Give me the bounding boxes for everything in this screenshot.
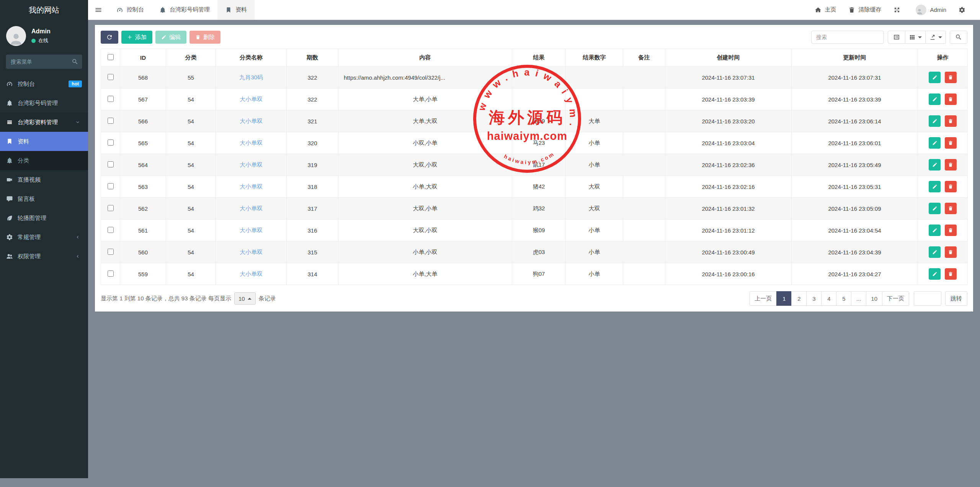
- sidebar-item-data-management[interactable]: 台湾彩资料管理: [0, 113, 88, 132]
- category-link[interactable]: 大小单双: [240, 271, 263, 277]
- sidebar-item-number-management[interactable]: 台湾彩号码管理: [0, 93, 88, 113]
- page-jump-button[interactable]: 跳转: [945, 291, 967, 306]
- cell-result: 猴09: [512, 220, 566, 241]
- category-link[interactable]: 大小单双: [240, 249, 263, 255]
- category-link[interactable]: 大小单双: [240, 205, 263, 212]
- sidebar-item-permission-management[interactable]: 权限管理: [0, 247, 88, 266]
- edit-row-button[interactable]: [929, 268, 941, 280]
- sidebar-item-message-board[interactable]: 留言板: [0, 189, 88, 208]
- edit-row-button[interactable]: [929, 181, 941, 192]
- delete-row-button[interactable]: [945, 246, 957, 258]
- sidebar-item-dashboard[interactable]: 控制台 hot: [0, 74, 88, 93]
- page-button[interactable]: 5: [836, 291, 851, 306]
- cell-remark: [623, 67, 665, 89]
- edit-row-button[interactable]: [929, 203, 941, 214]
- delete-row-button[interactable]: [945, 137, 957, 149]
- cell-issue: 314: [287, 263, 338, 285]
- sidebar-item-live-video[interactable]: 直播视频: [0, 170, 88, 189]
- cell-actions: [918, 132, 968, 154]
- row-checkbox[interactable]: [108, 249, 114, 255]
- detail-view-button[interactable]: [888, 31, 905, 44]
- delete-row-button[interactable]: [945, 268, 957, 280]
- delete-row-button[interactable]: [945, 159, 957, 171]
- sidebar-item-label: 权限管理: [18, 253, 41, 260]
- cell-result-number: [566, 89, 623, 110]
- page-button[interactable]: 4: [821, 291, 836, 306]
- row-checkbox[interactable]: [108, 74, 114, 80]
- fullscreen-button[interactable]: [887, 0, 910, 20]
- tab-bar: 控制台 台湾彩号码管理 资料: [109, 0, 255, 20]
- home-link[interactable]: 主页: [808, 0, 842, 20]
- settings-button[interactable]: [952, 0, 975, 20]
- category-link[interactable]: 大小单双: [240, 118, 263, 124]
- category-link[interactable]: 大小单双: [240, 139, 263, 146]
- delete-row-button[interactable]: [945, 181, 957, 192]
- page-button[interactable]: 下一页: [882, 291, 909, 306]
- user-menu[interactable]: Admin: [910, 0, 952, 20]
- delete-row-button[interactable]: [945, 72, 957, 83]
- export-button[interactable]: [926, 31, 946, 44]
- delete-row-button[interactable]: [945, 225, 957, 236]
- sidebar-item-general-management[interactable]: 常规管理: [0, 228, 88, 247]
- category-link[interactable]: 大小单双: [240, 161, 263, 168]
- select-all-checkbox[interactable]: [108, 54, 114, 60]
- add-button[interactable]: 添加: [121, 31, 152, 44]
- page-button[interactable]: 1: [776, 291, 792, 306]
- page-button[interactable]: 2: [791, 291, 807, 306]
- tab-dashboard[interactable]: 控制台: [109, 0, 152, 20]
- columns-button[interactable]: [905, 31, 926, 44]
- row-checkbox[interactable]: [108, 161, 114, 167]
- table-search-input[interactable]: [811, 31, 884, 44]
- online-dot: [31, 39, 36, 43]
- cell-result: [512, 67, 566, 89]
- page-button[interactable]: 10: [866, 291, 882, 306]
- site-title: 我的网站: [0, 0, 88, 20]
- cell-remark: [623, 241, 665, 263]
- sidebar-item-category[interactable]: 分类: [0, 151, 88, 170]
- search-icon[interactable]: [72, 58, 78, 65]
- cell-category-name: 大小单双: [216, 176, 287, 198]
- row-checkbox[interactable]: [108, 96, 114, 102]
- edit-row-button[interactable]: [929, 246, 941, 258]
- edit-row-button[interactable]: [929, 137, 941, 149]
- delete-row-button[interactable]: [945, 115, 957, 127]
- header-updated-time: 更新时间: [792, 49, 918, 67]
- search-submit-button[interactable]: [950, 31, 967, 44]
- edit-row-button[interactable]: [929, 72, 941, 83]
- trash-icon: [848, 7, 855, 13]
- sidebar-item-carousel[interactable]: 轮播图管理: [0, 208, 88, 228]
- table-row: 559 54 大小单双 314 小单,大单 狗07 小单 2024-11-16 …: [101, 263, 968, 285]
- sidebar-item-data[interactable]: 资料: [0, 132, 88, 151]
- sidebar-toggle-button[interactable]: [88, 0, 109, 20]
- row-checkbox[interactable]: [108, 227, 114, 233]
- edit-row-button[interactable]: [929, 225, 941, 236]
- row-checkbox[interactable]: [108, 183, 114, 189]
- user-status: 在线: [31, 37, 51, 44]
- refresh-button[interactable]: [101, 31, 118, 44]
- top-navbar: 控制台 台湾彩号码管理 资料 主页 清除缓存: [88, 0, 980, 20]
- category-link[interactable]: 九肖30码: [239, 74, 263, 80]
- edit-row-button[interactable]: [929, 93, 941, 105]
- edit-row-button[interactable]: [929, 115, 941, 127]
- tab-data[interactable]: 资料: [217, 0, 255, 20]
- page-button[interactable]: 上一页: [750, 291, 777, 306]
- row-checkbox[interactable]: [108, 139, 114, 146]
- category-link[interactable]: 大小单双: [240, 96, 263, 102]
- row-checkbox[interactable]: [108, 205, 114, 211]
- page-button[interactable]: ...: [851, 291, 866, 306]
- edit-button[interactable]: 编辑: [155, 31, 186, 44]
- clear-cache-link[interactable]: 清除缓存: [842, 0, 887, 20]
- delete-row-button[interactable]: [945, 93, 957, 105]
- row-checkbox[interactable]: [108, 271, 114, 277]
- delete-row-button[interactable]: [945, 203, 957, 214]
- delete-button[interactable]: 删除: [189, 31, 220, 44]
- category-link[interactable]: 大小单双: [240, 227, 263, 233]
- page-size-dropdown[interactable]: 10: [234, 292, 256, 305]
- category-link[interactable]: 大小单双: [240, 183, 263, 190]
- tab-number-management[interactable]: 台湾彩号码管理: [152, 0, 217, 20]
- page-jump-input[interactable]: [914, 291, 941, 306]
- edit-row-button[interactable]: [929, 159, 941, 171]
- row-checkbox[interactable]: [108, 118, 114, 124]
- sidebar-search-input[interactable]: [6, 54, 82, 69]
- page-button[interactable]: 3: [806, 291, 822, 306]
